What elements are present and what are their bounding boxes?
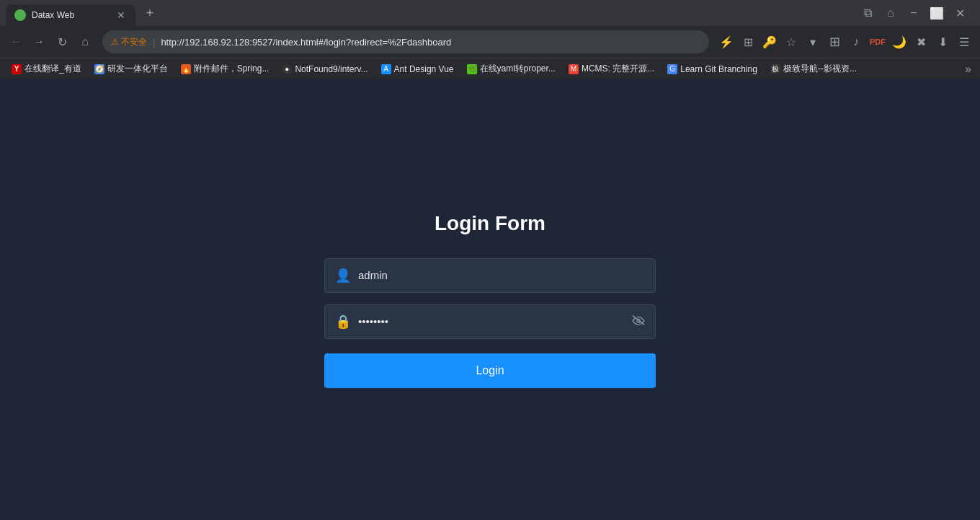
download-icon[interactable]: ⬇ <box>932 32 953 52</box>
chevron-down-icon[interactable]: ▾ <box>803 32 823 52</box>
login-title: Login Form <box>435 212 545 235</box>
mcms-favicon: M <box>569 64 579 74</box>
tab-bar: Datax Web ✕ + ⧉ ⌂ − ⬜ ✕ <box>0 0 980 26</box>
user-icon: 👤 <box>335 268 351 283</box>
warning-icon: ⚠ <box>111 37 119 47</box>
new-tab-button[interactable]: + <box>140 3 160 23</box>
minimize-button[interactable]: − <box>905 4 922 22</box>
extensions-icon[interactable]: ⊞ <box>738 32 758 52</box>
tab-title: Datax Web <box>32 10 110 20</box>
close-button[interactable]: ✕ <box>951 4 968 22</box>
page-content: Login Form 👤 🔒 <box>0 79 980 520</box>
username-input[interactable] <box>358 269 645 281</box>
yaml-favicon: 🌿 <box>467 64 477 74</box>
address-bar[interactable]: ⚠ 不安全 | http://192.168.92.128:9527/index… <box>102 30 709 53</box>
bookmark-antd[interactable]: A Ant Design Vue <box>375 63 460 76</box>
username-field-wrapper: 👤 <box>324 258 656 293</box>
yaml-label: 在线yaml转proper... <box>480 63 556 75</box>
cross-icon[interactable]: ✖ <box>911 32 931 52</box>
pdf-icon[interactable]: PDF <box>868 32 888 52</box>
bookmark-mcms[interactable]: M MCMS: 完整开源... <box>563 61 660 76</box>
svg-point-0 <box>637 319 640 322</box>
music-icon[interactable]: ♪ <box>846 32 866 52</box>
github-label: NotFound9/interv... <box>295 64 368 74</box>
bookmark-github[interactable]: ● NotFound9/interv... <box>276 63 373 76</box>
moon-icon[interactable]: 🌙 <box>889 32 909 52</box>
password-input[interactable] <box>358 315 625 327</box>
back-button[interactable]: ← <box>6 32 26 52</box>
window-controls: ⧉ ⌂ − ⬜ ✕ <box>859 4 974 22</box>
bookmark-gitbranch[interactable]: G Learn Git Branching <box>662 63 763 76</box>
browser-window: Datax Web ✕ + ⧉ ⌂ − ⬜ ✕ ← → ↻ ⌂ ⚠ 不安全 | … <box>0 0 980 520</box>
lightning-icon[interactable]: ⚡ <box>716 32 736 52</box>
warning-text: 不安全 <box>121 36 147 48</box>
login-container: Login Form 👤 🔒 <box>324 212 656 388</box>
reload-button[interactable]: ↻ <box>52 32 72 52</box>
devplatform-label: 研发一体化平台 <box>107 63 168 75</box>
restore-button[interactable]: ⬜ <box>928 4 945 22</box>
youdao-favicon: Y <box>12 64 22 74</box>
login-button[interactable]: Login <box>324 353 656 388</box>
password-toggle-icon[interactable] <box>632 315 645 328</box>
gitbranch-favicon: G <box>667 64 677 74</box>
tab-stack-button[interactable]: ⧉ <box>859 4 876 22</box>
fire-favicon: 🔥 <box>181 64 191 74</box>
jizhidaohang-label: 极致导航--影视资... <box>783 63 857 75</box>
antd-favicon: A <box>381 64 391 74</box>
bookmarks-more-button[interactable]: » <box>962 61 974 77</box>
devplatform-favicon: 🧭 <box>94 64 104 74</box>
tab-close-button[interactable]: ✕ <box>115 9 127 21</box>
fire-label: 附件邮件，Spring... <box>194 63 270 75</box>
forward-button[interactable]: → <box>29 32 49 52</box>
bookmark-devplatform[interactable]: 🧭 研发一体化平台 <box>89 61 174 76</box>
gitbranch-label: Learn Git Branching <box>680 64 757 74</box>
bookmarks-bar: Y 在线翻译_有道 🧭 研发一体化平台 🔥 附件邮件，Spring... ● N… <box>0 58 980 79</box>
mcms-label: MCMS: 完整开源... <box>582 63 654 75</box>
bookmark-fire[interactable]: 🔥 附件邮件，Spring... <box>175 61 275 76</box>
youdao-label: 在线翻译_有道 <box>24 63 81 75</box>
password-field-wrapper: 🔒 <box>324 304 656 339</box>
antd-label: Ant Design Vue <box>394 64 454 74</box>
bookmark-yaml[interactable]: 🌿 在线yaml转proper... <box>461 61 561 76</box>
bookmark-jizhidaohang[interactable]: 极 极致导航--影视资... <box>765 61 863 76</box>
keys-icon[interactable]: 🔑 <box>760 32 780 52</box>
home-nav-button[interactable]: ⌂ <box>75 32 95 52</box>
bookmark-star-icon[interactable]: ☆ <box>781 32 801 52</box>
url-display[interactable]: http://192.168.92.128:9527/index.html#/l… <box>161 37 700 48</box>
security-warning: ⚠ 不安全 <box>111 36 147 48</box>
multicolor-icon[interactable]: ⊞ <box>824 32 845 52</box>
tab-favicon <box>14 9 26 21</box>
toolbar: ← → ↻ ⌂ ⚠ 不安全 | http://192.168.92.128:95… <box>0 26 980 58</box>
jizhidaohang-favicon: 极 <box>770 64 780 74</box>
github-favicon: ● <box>282 64 292 74</box>
home-button[interactable]: ⌂ <box>882 4 899 22</box>
active-tab[interactable]: Datax Web ✕ <box>6 4 135 26</box>
toolbar-actions: ⚡ ⊞ 🔑 ☆ ▾ ⊞ ♪ PDF 🌙 ✖ ⬇ ☰ <box>716 32 974 52</box>
bookmark-youdao[interactable]: Y 在线翻译_有道 <box>6 61 87 76</box>
menu-icon[interactable]: ☰ <box>954 32 974 52</box>
lock-icon: 🔒 <box>335 314 351 330</box>
login-form: 👤 🔒 <box>324 258 656 388</box>
